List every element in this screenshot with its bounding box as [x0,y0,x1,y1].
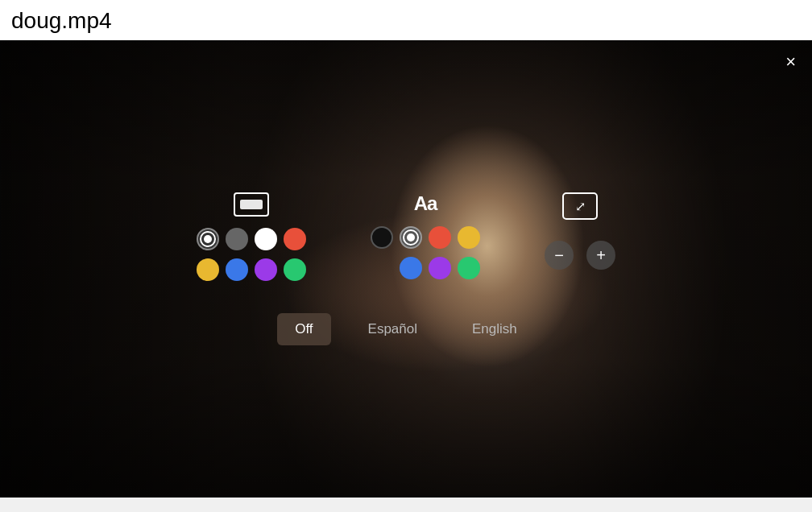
bg-color-red[interactable] [284,228,306,250]
language-row: Off Español English [277,313,535,345]
font-color-section: Aa [371,192,480,279]
font-color-red[interactable] [429,226,451,249]
bg-color-transparent[interactable] [197,228,219,250]
bg-color-white[interactable] [255,228,277,250]
bg-color-grid-row2 [197,258,306,281]
settings-panel: × [0,40,812,498]
size-decrease-button[interactable]: − [545,241,574,270]
font-color-grid-row2 [400,257,480,279]
lang-english-button[interactable]: English [454,313,535,345]
font-color-green[interactable] [458,257,480,279]
font-color-yellow[interactable] [458,226,480,249]
close-button[interactable]: × [782,50,799,74]
settings-row: Aa ⤢ [197,192,615,281]
background-color-section [197,192,306,281]
font-color-purple[interactable] [429,257,451,279]
page-title: doug.mp4 [0,0,812,40]
lang-espanol-button[interactable]: Español [350,313,435,345]
video-container: × [0,40,812,498]
bg-color-gray[interactable] [226,228,248,250]
resize-icon: ⤢ [562,192,598,220]
lang-off-button[interactable]: Off [277,313,330,345]
bg-color-green[interactable] [284,258,306,281]
font-color-white-selected[interactable] [400,226,422,249]
bg-color-blue[interactable] [226,258,248,281]
font-color-black[interactable] [371,226,393,249]
resize-arrows-icon: ⤢ [575,199,586,214]
font-icon: Aa [414,192,437,215]
font-color-blue[interactable] [400,257,422,279]
font-color-grid-row1 [371,226,480,249]
background-icon [234,192,269,217]
size-controls: − + [545,241,615,270]
bg-color-grid-row1 [197,228,306,250]
bg-color-purple[interactable] [255,258,277,281]
background-icon-inner [240,200,263,209]
bg-color-yellow[interactable] [197,258,219,281]
font-size-section: ⤢ − + [545,192,615,270]
size-increase-button[interactable]: + [586,241,615,270]
